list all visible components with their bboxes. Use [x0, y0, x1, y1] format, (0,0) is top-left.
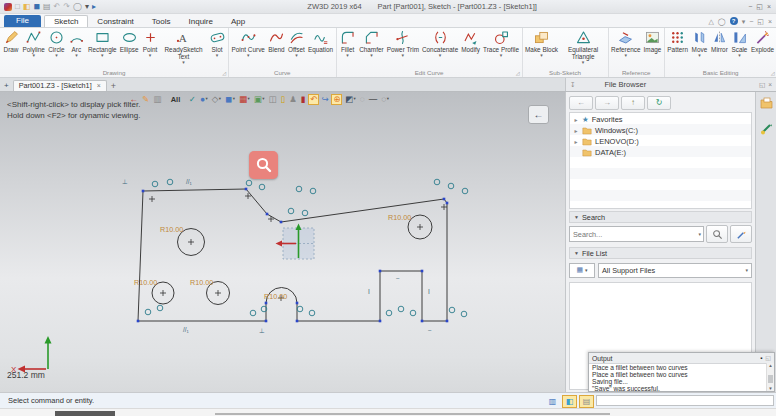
session-icon[interactable]: ◯ — [718, 18, 726, 25]
close-icon[interactable]: × — [768, 18, 772, 25]
scroll-up-icon[interactable]: ▲ — [767, 363, 774, 368]
expander-icon[interactable]: ▸ — [573, 138, 579, 145]
help-icon[interactable]: ? — [730, 17, 738, 25]
search-section-header[interactable]: ▼ Search — [569, 211, 752, 223]
back-button[interactable]: ← — [569, 96, 593, 110]
file-browser-header[interactable]: ↧ File Browser ◱ × — [565, 78, 776, 91]
tree-item-favorites[interactable]: ▸★Favorites — [570, 114, 751, 125]
ribbon-button-draw[interactable]: Draw — [1, 29, 21, 53]
dropdown-arrow-icon[interactable]: ▾ — [346, 53, 349, 58]
advanced-search-button[interactable] — [730, 225, 752, 243]
dropdown-arrow-icon[interactable]: ▾ — [500, 53, 503, 58]
ribbon-button-concatenate[interactable]: Concatenate▾ — [420, 29, 459, 58]
ribbon-button-rectangle[interactable]: Rectangle▾ — [86, 29, 118, 58]
dropdown-arrow-icon[interactable]: ▾ — [32, 53, 35, 58]
float-panel-icon[interactable]: ◱ — [759, 81, 765, 89]
ribbon-button-equilateral-triangle[interactable]: Equilateral Triangle▾ — [560, 29, 607, 65]
dropdown-arrow-icon[interactable]: ▾ — [101, 53, 104, 58]
scroll-thumb[interactable] — [768, 375, 773, 383]
file-list-section-header[interactable]: ▼ File List — [569, 247, 752, 259]
undo-icon[interactable]: ↶ — [54, 3, 61, 11]
ribbon-button-fillet[interactable]: Fillet▾ — [338, 29, 358, 58]
dropdown-arrow-icon[interactable]: ▾ — [625, 53, 628, 58]
dimension-label[interactable]: R10.00 — [160, 225, 183, 234]
dropdown-arrow-icon[interactable]: ▾ — [582, 60, 585, 65]
dropdown-arrow-icon[interactable]: ▾ — [182, 60, 185, 65]
search-input[interactable] — [570, 230, 703, 239]
close-button[interactable]: × — [767, 3, 771, 10]
app-logo[interactable] — [4, 3, 12, 11]
dropdown-arrow-icon[interactable]: ▾ — [247, 53, 250, 58]
dropdown-arrow-icon[interactable]: ▾ — [439, 53, 442, 58]
new-tab-button[interactable]: + — [111, 82, 116, 91]
library-panel-icon[interactable] — [760, 95, 773, 113]
sketch-geometry[interactable]: R10.00R10.00R10.00R10.00R10.00 //₁//₁⊥⊥−… — [0, 92, 565, 392]
save-icon[interactable]: ◼ — [33, 3, 40, 11]
tree-item-lenovod[interactable]: ▸LENOVO(D:) — [570, 136, 751, 147]
ribbon-button-point[interactable]: Point▾ — [140, 29, 160, 58]
dropdown-arrow-icon[interactable]: ▾ — [738, 53, 741, 58]
pan-tool-icon[interactable] — [760, 121, 773, 139]
ribbon-button-blend[interactable]: Blend — [266, 29, 286, 53]
expander-icon[interactable]: ▸ — [573, 116, 579, 123]
print-icon[interactable]: ▤ — [43, 3, 51, 11]
tree-item-datae[interactable]: DATA(E:) — [570, 147, 751, 158]
group-launcher-icon[interactable]: ◿ — [516, 70, 520, 76]
ribbon-button-power-trim[interactable]: Power Trim▾ — [385, 29, 420, 58]
group-launcher-icon[interactable]: ◿ — [771, 70, 775, 76]
ribbon-button-explode[interactable]: Explode — [749, 29, 775, 53]
refresh-button[interactable]: ↻ — [647, 96, 671, 110]
file-type-filter-select[interactable]: All Support Files ▾ — [598, 263, 752, 278]
new-file-icon[interactable]: □ — [15, 3, 20, 11]
ribbon-button-polyline[interactable]: Polyline▾ — [21, 29, 46, 58]
ribbon-button-scale[interactable]: Scale▾ — [729, 29, 749, 58]
menu-tab-app[interactable]: App — [222, 16, 254, 27]
restore-icon[interactable]: ◱ — [757, 18, 764, 25]
ribbon-button-arc[interactable]: Arc▾ — [66, 29, 86, 58]
menu-tab-tools[interactable]: Tools — [143, 16, 180, 27]
ribbon-button-offset[interactable]: Offset▾ — [286, 29, 306, 58]
dimension-label[interactable]: R10.00 — [134, 278, 157, 287]
sketch-origin[interactable] — [276, 224, 315, 260]
ribbon-button-trace-profile[interactable]: Trace Profile▾ — [482, 29, 521, 58]
dropdown-arrow-icon[interactable]: ▾ — [55, 53, 58, 58]
solid-square-icon[interactable]: ▪ — [760, 355, 762, 361]
ribbon-button-reference[interactable]: Reference▾ — [610, 29, 643, 58]
tab-close-button[interactable]: × — [97, 82, 101, 89]
dropdown-arrow-icon[interactable]: ▾ — [295, 53, 298, 58]
columns-icon[interactable]: ▥ — [545, 395, 560, 408]
ribbon-button-modify[interactable]: Modify — [460, 29, 482, 53]
menu-tab-constraint[interactable]: Constraint — [88, 16, 142, 27]
ribbon-button-image[interactable]: Image — [642, 29, 663, 53]
dropdown-arrow-icon[interactable]: ▾ — [75, 53, 78, 58]
regen-icon[interactable]: ◯ — [73, 3, 82, 11]
menu-tab-sketch[interactable]: Sketch — [44, 15, 88, 27]
tree-item-windowsc[interactable]: ▸Windows(C:) — [570, 125, 751, 136]
ribbon-button-move[interactable]: Move▾ — [689, 29, 709, 58]
alert-icon[interactable]: △ — [708, 18, 713, 25]
ribbon-button-slot[interactable]: Slot▾ — [207, 29, 227, 58]
redo-icon[interactable]: ↷ — [63, 3, 70, 11]
restore-button[interactable]: ◱ — [756, 3, 763, 10]
float-output-icon[interactable]: ◱ — [765, 355, 771, 361]
search-dropdown-icon[interactable]: ▾ — [698, 231, 701, 237]
search-go-button[interactable] — [706, 225, 728, 243]
search-box[interactable]: ▾ — [569, 226, 704, 242]
ribbon-button-circle[interactable]: Circle▾ — [46, 29, 66, 58]
forward-button[interactable]: → — [595, 96, 619, 110]
scroll-down-icon[interactable]: ▼ — [767, 386, 774, 391]
ribbon-button-mirror[interactable]: Mirror — [709, 29, 729, 53]
menu-tab-file[interactable]: File — [4, 15, 41, 27]
close-panel-icon[interactable]: × — [768, 81, 772, 88]
up-button[interactable]: ↑ — [621, 96, 645, 110]
ribbon-button-equation[interactable]: Equation — [306, 29, 334, 53]
dropdown-arrow-icon[interactable]: ▾ — [698, 53, 701, 58]
help-dropdown-icon[interactable]: ▾ — [742, 18, 746, 25]
dropdown-arrow-icon[interactable]: ▾ — [540, 53, 543, 58]
qat-dropdown-icon[interactable]: ▾ — [85, 3, 89, 11]
ribbon-button-chamfer[interactable]: Chamfer▾ — [358, 29, 386, 58]
menu-tab-inquire[interactable]: Inquire — [180, 16, 222, 27]
dimension-label[interactable]: R10.00 — [190, 278, 213, 287]
group-launcher-icon[interactable]: ◿ — [222, 70, 226, 76]
dropdown-arrow-icon[interactable]: ▾ — [370, 53, 373, 58]
